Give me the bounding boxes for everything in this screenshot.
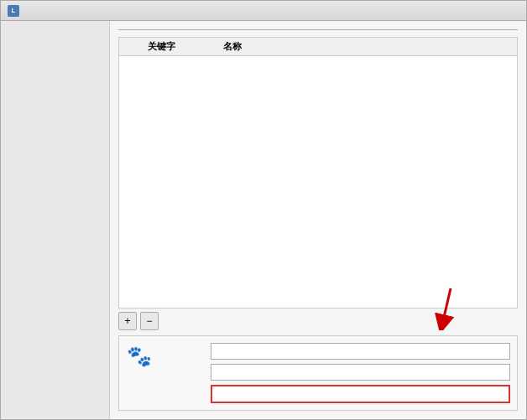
remove-button[interactable]: − xyxy=(140,312,159,330)
detail-panel: 🐾 xyxy=(118,335,518,411)
keyword-table[interactable]: 关键字 名称 xyxy=(118,37,518,309)
keyword-input[interactable] xyxy=(211,343,510,360)
detail-wrapper: 🐾 xyxy=(118,330,518,411)
add-button[interactable]: + xyxy=(118,312,137,330)
name-field-row xyxy=(159,364,510,381)
col-keyword-header: 关键字 xyxy=(123,40,223,53)
titlebar: L xyxy=(1,1,526,21)
col-name-header: 名称 xyxy=(223,40,514,53)
detail-icon: 🐾 xyxy=(126,343,153,370)
table-header: 关键字 名称 xyxy=(119,38,517,56)
bottom-toolbar: + − xyxy=(118,312,518,330)
url-field-row xyxy=(159,385,510,403)
name-input[interactable] xyxy=(211,364,510,381)
url-input[interactable] xyxy=(211,385,510,403)
detail-fields xyxy=(159,343,510,403)
main-content: 关键字 名称 + − xyxy=(1,21,526,419)
app-icon: L xyxy=(8,5,19,17)
sidebar xyxy=(1,21,110,419)
tab-bar xyxy=(118,29,518,30)
keyword-field-row xyxy=(159,343,510,360)
content-area: 关键字 名称 + − xyxy=(110,21,526,419)
main-window: L 关键字 名称 + − xyxy=(0,0,527,420)
